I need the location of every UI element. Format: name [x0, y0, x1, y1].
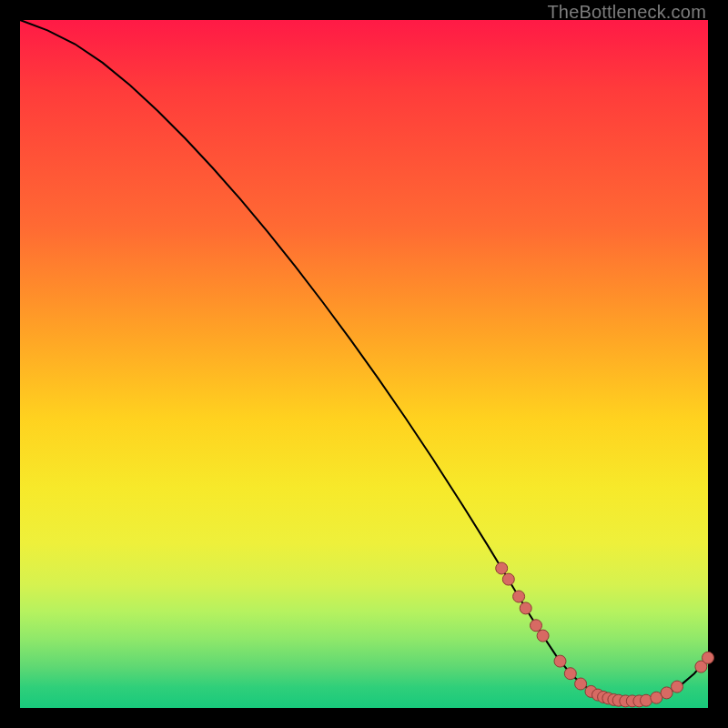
highlight-dot [703, 652, 714, 663]
highlight-dot [531, 620, 542, 632]
highlight-dot [537, 630, 549, 642]
highlight-dot [520, 602, 531, 614]
highlight-dot [554, 655, 566, 667]
highlight-dot [496, 562, 508, 574]
bottleneck-curve [20, 20, 708, 701]
highlight-dot [564, 668, 576, 680]
highlight-dot [502, 573, 514, 585]
chart-frame: TheBottleneck.com [0, 0, 728, 728]
highlight-dot [661, 687, 672, 699]
plot-area [20, 20, 708, 708]
highlight-dot [513, 591, 525, 602]
highlight-dots [496, 562, 714, 707]
chart-svg [20, 20, 708, 708]
highlight-dot [672, 681, 683, 693]
highlight-dot [575, 678, 587, 690]
